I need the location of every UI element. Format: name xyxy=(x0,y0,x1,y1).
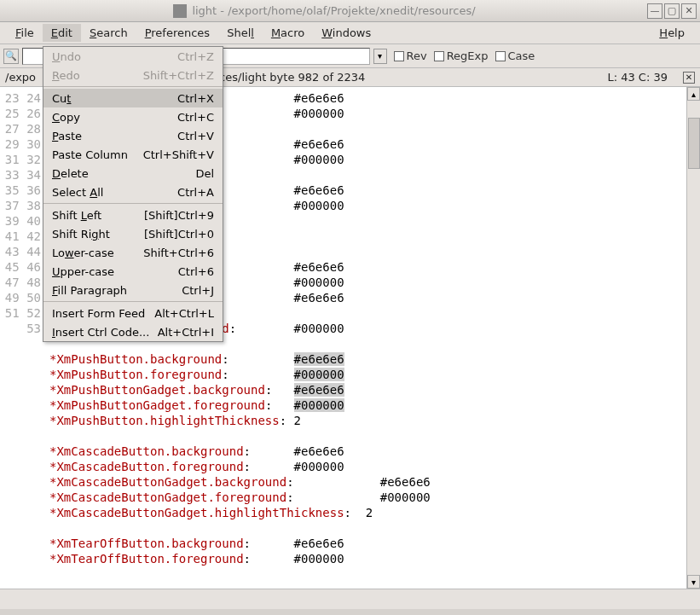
menubar: File Edit Search Preferences Shell Macro… xyxy=(0,22,700,44)
minimize-button[interactable]: — xyxy=(647,3,662,19)
menu-cut[interactable]: CutCtrl+X xyxy=(43,89,223,107)
cursor-position: L: 43 C: 39 xyxy=(607,71,668,84)
search-icon[interactable]: 🔍 xyxy=(3,49,19,64)
menu-insert-form-feed[interactable]: Insert Form FeedAlt+Ctrl+L xyxy=(43,304,223,322)
menu-upper-case[interactable]: Upper-caseCtrl+6 xyxy=(43,262,223,281)
case-checkbox[interactable] xyxy=(495,51,506,61)
case-label: Case xyxy=(508,49,535,62)
menu-lower-case[interactable]: Lower-caseShift+Ctrl+6 xyxy=(43,243,223,262)
app-icon xyxy=(173,4,187,18)
rev-checkbox[interactable] xyxy=(394,51,404,61)
menu-shell[interactable]: Shell xyxy=(218,24,263,42)
menu-undo: UndoCtrl+Z xyxy=(43,47,223,66)
menu-edit[interactable]: Edit xyxy=(43,24,81,42)
menu-macro[interactable]: Macro xyxy=(263,24,313,42)
edit-menu-popup: UndoCtrl+Z RedoShift+Ctrl+Z CutCtrl+X Co… xyxy=(43,46,223,342)
menu-insert-ctrl-code[interactable]: Insert Ctrl Code...Alt+Ctrl+I xyxy=(43,322,223,341)
path-left: /expo xyxy=(5,71,36,84)
menu-search[interactable]: Search xyxy=(81,24,136,42)
menu-shift-left[interactable]: Shift Left[Shift]Ctrl+9 xyxy=(43,206,223,224)
path-middle: rces/light byte 982 of 2234 xyxy=(215,71,365,84)
menu-windows[interactable]: Windows xyxy=(313,24,379,42)
menu-select-all[interactable]: Select AllCtrl+A xyxy=(43,183,223,201)
regexp-label: RegExp xyxy=(447,49,489,62)
scroll-up-arrow[interactable]: ▴ xyxy=(687,87,700,101)
menu-preferences[interactable]: Preferences xyxy=(136,24,218,42)
close-tab-button[interactable]: ✕ xyxy=(683,72,695,84)
menu-paste-column[interactable]: Paste ColumnCtrl+Shift+V xyxy=(43,145,223,164)
search-history-dropdown[interactable]: ▾ xyxy=(373,49,387,64)
menu-copy[interactable]: CopyCtrl+C xyxy=(43,107,223,126)
search-input-1[interactable] xyxy=(22,48,44,65)
statusbar xyxy=(0,589,700,609)
line-gutter: 23 24 25 26 27 28 29 30 31 32 33 34 35 3… xyxy=(0,87,48,589)
close-window-button[interactable]: ✕ xyxy=(681,3,697,19)
menu-fill-paragraph[interactable]: Fill ParagraphCtrl+J xyxy=(43,281,223,299)
maximize-button[interactable]: ▢ xyxy=(664,3,680,19)
menu-paste[interactable]: PasteCtrl+V xyxy=(43,126,223,145)
menu-redo: RedoShift+Ctrl+Z xyxy=(43,66,223,84)
vertical-scrollbar[interactable]: ▴ ▾ xyxy=(686,87,700,589)
regexp-checkbox[interactable] xyxy=(434,51,444,61)
menu-file[interactable]: File xyxy=(7,24,43,42)
scroll-thumb[interactable] xyxy=(688,118,700,169)
scroll-down-arrow[interactable]: ▾ xyxy=(687,575,700,589)
rev-label: Rev xyxy=(407,49,427,62)
menu-help[interactable]: Help xyxy=(651,24,693,42)
menu-delete[interactable]: DeleteDel xyxy=(43,164,223,183)
menu-shift-right[interactable]: Shift Right[Shift]Ctrl+0 xyxy=(43,224,223,243)
titlebar: light - /export/home/olaf/Projekte/xnedi… xyxy=(0,0,700,22)
window-title: light - /export/home/olaf/Projekte/xnedi… xyxy=(192,4,475,17)
